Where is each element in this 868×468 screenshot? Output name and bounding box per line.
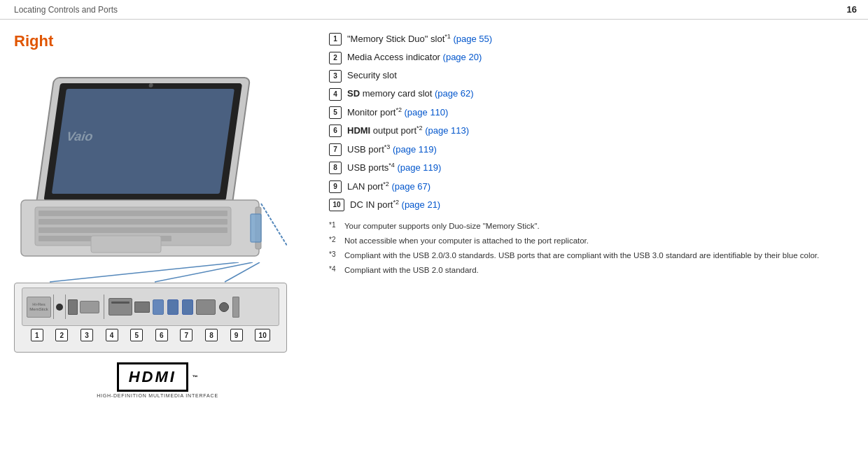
item-text-8: USB ports*4 (page 119) bbox=[347, 161, 441, 175]
footnote-ref-2: *2 bbox=[329, 235, 340, 245]
section-title: Right bbox=[14, 32, 301, 50]
port-label-1: 1 bbox=[31, 329, 43, 341]
list-item: 4 SD memory card slot (page 62) bbox=[329, 87, 854, 101]
item-link-7[interactable]: (page 119) bbox=[393, 144, 437, 155]
footnote-ref-3: *3 bbox=[329, 250, 340, 260]
hdmi-logo: HDMI bbox=[117, 362, 188, 392]
item-link-10[interactable]: (page 21) bbox=[402, 199, 441, 210]
laptop-illustration: Vaio bbox=[14, 60, 287, 277]
list-item: 9 LAN port*2 (page 67) bbox=[329, 180, 854, 194]
item-link-1[interactable]: (page 55) bbox=[453, 34, 492, 44]
item-badge-4: 4 bbox=[329, 88, 342, 101]
list-item: 2 Media Access indicator (page 20) bbox=[329, 51, 854, 64]
port-label-6: 6 bbox=[155, 329, 168, 341]
item-link-6[interactable]: (page 113) bbox=[425, 125, 469, 136]
footnote-text-4: Compliant with the USB 2.0 standard. bbox=[344, 264, 479, 276]
port-number-labels: 1 2 3 4 5 6 7 8 9 10 bbox=[22, 329, 279, 341]
item-badge-3: 3 bbox=[329, 70, 342, 83]
item-badge-8: 8 bbox=[329, 162, 342, 174]
svg-rect-8 bbox=[38, 219, 227, 225]
svg-line-14 bbox=[261, 204, 287, 246]
item-badge-7: 7 bbox=[329, 143, 342, 156]
item-badge-1: 1 bbox=[329, 33, 342, 45]
svg-rect-11 bbox=[91, 236, 161, 253]
page-number: 16 bbox=[847, 4, 857, 15]
connector-lines-svg bbox=[29, 262, 274, 283]
hdmi-subtext: HIGH-DEFINITION MULTIMEDIA INTERFACE bbox=[97, 393, 218, 398]
svg-rect-13 bbox=[251, 214, 261, 242]
port-label-4: 4 bbox=[106, 329, 118, 341]
item-badge-2: 2 bbox=[329, 52, 342, 64]
port-diagram: Hi-ResMemStick bbox=[14, 283, 287, 353]
footnote-2: *2 Not accessible when your computer is … bbox=[329, 235, 854, 246]
item-badge-5: 5 bbox=[329, 106, 342, 119]
item-text-4: SD memory card slot (page 62) bbox=[347, 87, 474, 100]
port-label-2: 2 bbox=[55, 329, 68, 341]
list-item: 7 USB port*3 (page 119) bbox=[329, 143, 854, 157]
list-item: 10 DC IN port*2 (page 21) bbox=[329, 198, 854, 212]
features-list: 1 "Memory Stick Duo" slot*1 (page 55) 2 … bbox=[329, 32, 854, 212]
footnote-ref-1: *1 bbox=[329, 220, 340, 230]
footnote-ref-4: *4 bbox=[329, 264, 340, 274]
hdmi-logo-area: HDMI ™ HIGH-DEFINITION MULTIMEDIA INTERF… bbox=[14, 357, 301, 398]
footnote-3: *3 Compliant with the USB 2.0/3.0 standa… bbox=[329, 250, 854, 261]
item-text-7: USB port*3 (page 119) bbox=[347, 143, 437, 157]
item-link-9[interactable]: (page 67) bbox=[391, 181, 430, 192]
list-item: 5 Monitor port*2 (page 110) bbox=[329, 106, 854, 120]
svg-text:Vaio: Vaio bbox=[66, 129, 94, 143]
port-label-7: 7 bbox=[180, 329, 192, 341]
item-link-8[interactable]: (page 119) bbox=[397, 162, 441, 173]
port-label-9: 9 bbox=[230, 329, 243, 341]
footnote-text-3: Compliant with the USB 2.0/3.0 standards… bbox=[344, 250, 819, 261]
port-label-5: 5 bbox=[130, 329, 143, 341]
item-text-2: Media Access indicator (page 20) bbox=[347, 51, 482, 64]
port-label-10: 10 bbox=[255, 329, 270, 341]
list-item: 3 Security slot bbox=[329, 69, 854, 83]
item-badge-9: 9 bbox=[329, 180, 342, 193]
footnotes-section: *1 Your computer supports only Duo-size … bbox=[329, 220, 854, 276]
footnote-1: *1 Your computer supports only Duo-size … bbox=[329, 220, 854, 232]
item-link-2[interactable]: (page 20) bbox=[443, 52, 482, 62]
item-link-5[interactable]: (page 110) bbox=[405, 107, 449, 118]
footnote-4: *4 Compliant with the USB 2.0 standard. bbox=[329, 264, 854, 276]
svg-line-15 bbox=[50, 262, 239, 282]
svg-rect-7 bbox=[38, 211, 227, 216]
item-text-6: HDMI output port*2 (page 113) bbox=[347, 124, 469, 138]
svg-rect-9 bbox=[38, 227, 227, 233]
list-item: 1 "Memory Stick Duo" slot*1 (page 55) bbox=[329, 32, 854, 46]
item-text-1: "Memory Stick Duo" slot*1 (page 55) bbox=[347, 32, 492, 46]
item-text-10: DC IN port*2 (page 21) bbox=[350, 198, 440, 212]
list-item: 6 HDMI output port*2 (page 113) bbox=[329, 124, 854, 138]
laptop-svg: Vaio bbox=[14, 60, 287, 277]
item-badge-10: 10 bbox=[329, 199, 344, 211]
svg-line-17 bbox=[225, 262, 260, 282]
left-column: Right Vaio bbox=[14, 27, 308, 468]
item-text-3: Security slot bbox=[347, 69, 397, 82]
svg-line-16 bbox=[155, 262, 253, 282]
port-strip: Hi-ResMemStick bbox=[22, 288, 279, 326]
footnote-text-1: Your computer supports only Duo-size "Me… bbox=[344, 220, 540, 232]
item-badge-6: 6 bbox=[329, 125, 342, 137]
main-content: Right Vaio bbox=[0, 20, 868, 468]
port-label-3: 3 bbox=[80, 329, 93, 341]
item-text-9: LAN port*2 (page 67) bbox=[347, 180, 430, 194]
right-column: 1 "Memory Stick Duo" slot*1 (page 55) 2 … bbox=[308, 27, 854, 468]
header-title: Locating Controls and Ports bbox=[14, 5, 118, 15]
item-text-5: Monitor port*2 (page 110) bbox=[347, 106, 448, 120]
item-link-4[interactable]: (page 62) bbox=[435, 88, 474, 99]
port-label-8: 8 bbox=[205, 329, 218, 341]
list-item: 8 USB ports*4 (page 119) bbox=[329, 161, 854, 175]
footnote-text-2: Not accessible when your computer is att… bbox=[344, 235, 589, 246]
page-header: Locating Controls and Ports 16 bbox=[0, 0, 868, 20]
